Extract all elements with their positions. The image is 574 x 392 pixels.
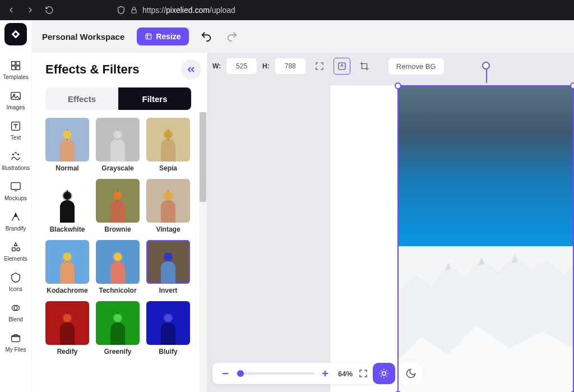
brandify-icon xyxy=(10,211,22,223)
filter-redify[interactable]: Redify xyxy=(45,301,89,356)
svg-rect-10 xyxy=(11,183,21,190)
myfiles-icon xyxy=(10,332,22,344)
filter-vintage[interactable]: Vintage xyxy=(146,179,190,233)
panel-tabs: Effects Filters xyxy=(45,87,191,110)
sun-icon xyxy=(378,368,390,379)
panel-scrollbar[interactable]: ▾ xyxy=(199,112,207,392)
dark-mode-button[interactable] xyxy=(400,363,422,384)
width-label: W: xyxy=(212,62,221,70)
zoom-slider[interactable] xyxy=(236,372,314,375)
redo-button[interactable] xyxy=(224,28,240,45)
rail-icons[interactable]: Icons xyxy=(1,266,30,297)
templates-icon xyxy=(10,59,22,72)
svg-rect-15 xyxy=(146,34,151,39)
nav-forward-button[interactable] xyxy=(22,2,38,18)
svg-point-17 xyxy=(341,64,342,65)
canvas-toolbar: W: H: Image Effects & Filters Remove BG xyxy=(212,56,568,76)
svg-rect-2 xyxy=(16,62,20,65)
top-bar: Personal Workspace Resize xyxy=(32,20,574,53)
undo-button[interactable] xyxy=(198,28,215,45)
svg-rect-3 xyxy=(12,66,15,70)
rail-brandify[interactable]: Brandify xyxy=(1,206,30,236)
moon-icon xyxy=(405,368,416,379)
collapse-panel-button[interactable] xyxy=(181,59,201,80)
tab-filters[interactable]: Filters xyxy=(118,87,191,110)
url-text: https://pixelied.com/upload xyxy=(142,6,235,15)
zoom-in-button[interactable]: + xyxy=(320,367,330,380)
zoom-out-button[interactable]: − xyxy=(220,367,230,380)
theme-toggle xyxy=(373,363,422,384)
icons-icon xyxy=(10,271,22,284)
browser-chrome: https://pixelied.com/upload xyxy=(0,0,574,20)
light-mode-button[interactable] xyxy=(373,363,395,384)
filter-grayscale[interactable]: Grayscale xyxy=(96,118,140,172)
mockups-icon xyxy=(10,181,22,193)
chevron-double-left-icon xyxy=(186,64,197,75)
svg-rect-4 xyxy=(16,66,20,70)
resize-button[interactable]: Resize xyxy=(137,27,188,45)
app-logo[interactable] xyxy=(4,23,27,45)
filter-kodachrome[interactable]: Kodachrome xyxy=(45,240,89,294)
rail-myfiles[interactable]: My Files xyxy=(1,327,30,357)
rail-templates[interactable]: Templates xyxy=(1,54,30,85)
height-input[interactable] xyxy=(275,58,305,74)
shield-icon xyxy=(117,6,126,15)
rail-illustrations[interactable]: Illustrations xyxy=(1,145,30,176)
blend-icon xyxy=(10,302,22,314)
svg-point-9 xyxy=(18,154,19,155)
effects-filters-button[interactable] xyxy=(334,58,350,75)
resize-handle-tl[interactable] xyxy=(395,82,401,89)
width-input[interactable] xyxy=(226,58,257,74)
filter-sepia[interactable]: Sepia xyxy=(146,118,190,172)
svg-rect-1 xyxy=(12,62,15,65)
address-bar[interactable]: https://pixelied.com/upload xyxy=(117,6,571,15)
filter-greenify[interactable]: Greenify xyxy=(96,301,140,356)
workspace-name: Personal Workspace xyxy=(42,32,124,41)
text-icon xyxy=(10,120,22,132)
filter-grid: NormalGrayscaleSepiaBlackwhiteBrownieVin… xyxy=(45,118,201,367)
resize-icon xyxy=(145,33,152,40)
nav-back-button[interactable] xyxy=(3,2,19,18)
filter-brownie[interactable]: Brownie xyxy=(96,179,140,233)
rail-images[interactable]: Images xyxy=(1,85,30,115)
svg-rect-0 xyxy=(132,10,136,13)
rail-blend[interactable]: Blend xyxy=(1,297,30,327)
filter-technicolor[interactable]: Technicolor xyxy=(96,240,140,294)
scroll-handle[interactable] xyxy=(200,112,206,202)
crop-button[interactable] xyxy=(356,58,373,75)
filter-normal[interactable]: Normal xyxy=(45,118,89,172)
nav-reload-button[interactable] xyxy=(41,2,57,18)
rail-elements[interactable]: Elements xyxy=(1,236,30,266)
elements-icon xyxy=(10,241,22,253)
illustrations-icon xyxy=(10,150,22,163)
filter-invert[interactable]: Invert xyxy=(146,240,190,294)
panel-title: Effects & Filters xyxy=(45,62,140,77)
resize-handle-tr[interactable] xyxy=(570,82,574,89)
svg-point-8 xyxy=(13,154,14,155)
svg-rect-16 xyxy=(339,63,345,70)
image-content xyxy=(399,86,573,392)
selected-image[interactable] xyxy=(397,85,574,392)
images-icon xyxy=(10,90,22,102)
rail-mockups[interactable]: Mockups xyxy=(1,176,30,206)
zoom-bar: − + 64% xyxy=(212,363,376,384)
remove-bg-button[interactable]: Remove BG xyxy=(388,58,444,75)
filter-blackwhite[interactable]: Blackwhite xyxy=(45,179,89,233)
svg-point-11 xyxy=(17,248,20,251)
canvas-area[interactable]: W: H: Image Effects & Filters Remove BG xyxy=(207,53,574,392)
tab-effects[interactable]: Effects xyxy=(45,87,118,110)
zoom-slider-knob[interactable] xyxy=(237,370,244,377)
height-label: H: xyxy=(262,62,270,70)
effects-filters-panel: Effects & Filters Effects Filters Normal… xyxy=(32,53,207,392)
left-rail: TemplatesImagesTextIllustrationsMockupsB… xyxy=(0,20,32,392)
rail-text[interactable]: Text xyxy=(1,115,30,145)
lock-icon xyxy=(130,6,138,14)
filter-bluify[interactable]: Bluify xyxy=(146,301,190,356)
svg-point-18 xyxy=(382,372,386,376)
zoom-value: 64% xyxy=(338,370,353,378)
fullscreen-icon[interactable] xyxy=(358,368,368,379)
svg-point-6 xyxy=(13,94,15,96)
fit-to-screen-button[interactable] xyxy=(311,58,328,75)
